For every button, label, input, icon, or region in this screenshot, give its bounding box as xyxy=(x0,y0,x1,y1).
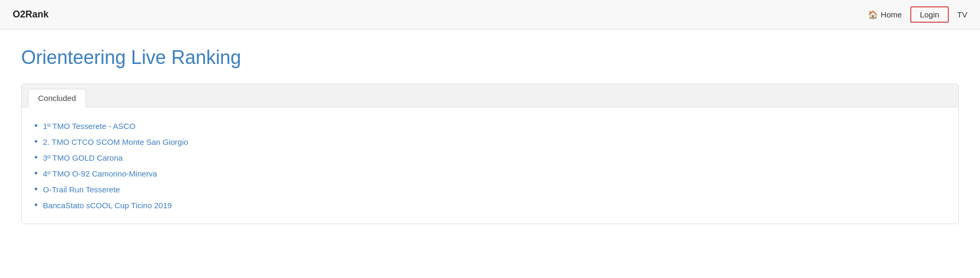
event-list: 1º TMO Tesserete - ASCO2. TMO CTCO SCOM … xyxy=(34,118,946,213)
navbar-right: 🏠 Home Login TV xyxy=(868,6,967,23)
list-item: BancaStato sCOOL Cup Ticino 2019 xyxy=(34,197,946,213)
list-item: 3º TMO GOLD Carona xyxy=(34,150,946,165)
tv-link[interactable]: TV xyxy=(957,10,967,19)
tab-panel: Concluded 1º TMO Tesserete - ASCO2. TMO … xyxy=(21,84,959,224)
event-link[interactable]: 3º TMO GOLD Carona xyxy=(43,153,123,162)
brand-logo[interactable]: O2Rank xyxy=(13,9,49,20)
tab-concluded[interactable]: Concluded xyxy=(28,89,86,107)
list-item: 4º TMO O-92 Camorino-Minerva xyxy=(34,165,946,181)
home-icon: 🏠 xyxy=(868,10,878,20)
main-content: Orienteering Live Ranking Concluded 1º T… xyxy=(0,30,980,241)
page-title: Orienteering Live Ranking xyxy=(21,47,959,69)
event-link[interactable]: 2. TMO CTCO SCOM Monte San Giorgio xyxy=(43,137,188,146)
event-link[interactable]: 4º TMO O-92 Camorino-Minerva xyxy=(43,169,157,178)
tab-content: 1º TMO Tesserete - ASCO2. TMO CTCO SCOM … xyxy=(22,107,958,224)
tab-header: Concluded xyxy=(22,84,958,107)
navbar: O2Rank 🏠 Home Login TV xyxy=(0,0,980,30)
home-link[interactable]: 🏠 Home xyxy=(868,10,902,20)
event-link[interactable]: BancaStato sCOOL Cup Ticino 2019 xyxy=(43,201,172,210)
event-link[interactable]: 1º TMO Tesserete - ASCO xyxy=(43,122,135,131)
home-label: Home xyxy=(881,10,902,19)
event-link[interactable]: O-Trail Run Tesserete xyxy=(43,185,120,194)
list-item: O-Trail Run Tesserete xyxy=(34,181,946,197)
login-button[interactable]: Login xyxy=(910,6,949,23)
list-item: 1º TMO Tesserete - ASCO xyxy=(34,118,946,134)
list-item: 2. TMO CTCO SCOM Monte San Giorgio xyxy=(34,134,946,150)
